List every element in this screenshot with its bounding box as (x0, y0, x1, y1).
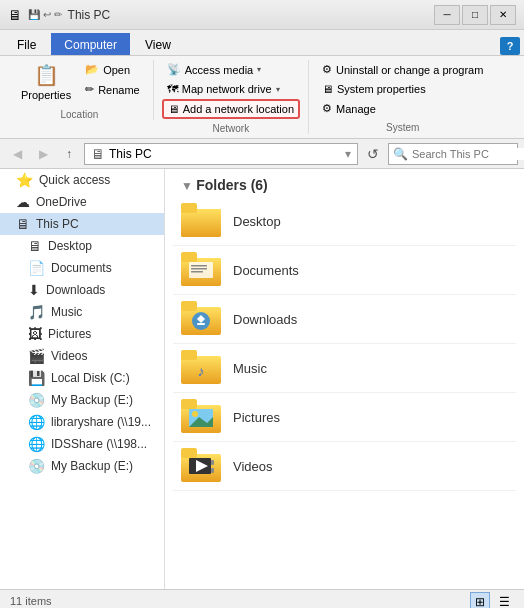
idsshare-icon: 🌐 (28, 436, 45, 452)
sidebar: ⭐ Quick access ☁ OneDrive 🖥 This PC 🖥 De… (0, 169, 165, 589)
window-icon: 🖥 (8, 7, 22, 23)
forward-button[interactable]: ▶ (32, 143, 54, 165)
music-icon: 🎵 (28, 304, 45, 320)
tab-computer[interactable]: Computer (51, 33, 130, 55)
folder-item-music[interactable]: ♪ Music (173, 344, 516, 393)
backup2-icon: 💿 (28, 458, 45, 474)
open-rename-col: 📂 Open ✏ Rename (80, 60, 145, 105)
desktop-label: Desktop (233, 214, 281, 229)
sidebar-item-quick-access[interactable]: ⭐ Quick access (0, 169, 164, 191)
details-view-button[interactable]: ☰ (494, 592, 514, 609)
help-button[interactable]: ? (500, 37, 520, 55)
svg-point-22 (192, 411, 198, 417)
system-properties-button[interactable]: 🖥 System properties (317, 80, 488, 98)
manage-icon: ⚙ (322, 102, 332, 115)
pc-icon: 🖥 (91, 146, 105, 162)
open-icon: 📂 (85, 63, 99, 76)
search-box[interactable]: 🔍 (388, 143, 518, 165)
tab-view[interactable]: View (132, 33, 184, 55)
sidebar-item-my-backup[interactable]: 💿 My Backup (E:) (0, 389, 164, 411)
up-button[interactable]: ↑ (58, 143, 80, 165)
address-dropdown-arrow[interactable]: ▾ (345, 147, 351, 161)
address-path[interactable]: 🖥 This PC ▾ (84, 143, 358, 165)
sidebar-item-videos[interactable]: 🎬 Videos (0, 345, 164, 367)
access-media-icon: 📡 (167, 63, 181, 76)
onedrive-icon: ☁ (16, 194, 30, 210)
folder-item-videos[interactable]: Videos (173, 442, 516, 491)
search-icon: 🔍 (393, 147, 408, 161)
status-bar: 11 items ⊞ ☰ (0, 589, 524, 608)
svg-rect-17 (181, 350, 197, 360)
uninstall-button[interactable]: ⚙ Uninstall or change a program (317, 60, 488, 79)
sidebar-item-pictures[interactable]: 🖼 Pictures (0, 323, 164, 345)
content-area: ▼ Folders (6) Desktop (165, 169, 524, 589)
properties-icon: 📋 (34, 63, 59, 87)
ribbon-tab-bar: File Computer View ? (0, 30, 524, 56)
close-button[interactable]: ✕ (490, 5, 516, 25)
address-bar: ◀ ▶ ↑ 🖥 This PC ▾ ↺ 🔍 (0, 139, 524, 169)
svg-rect-11 (181, 301, 197, 311)
folder-item-downloads[interactable]: Downloads (173, 295, 516, 344)
sidebar-item-documents[interactable]: 📄 Documents (0, 257, 164, 279)
svg-rect-29 (211, 468, 214, 473)
sidebar-item-onedrive[interactable]: ☁ OneDrive (0, 191, 164, 213)
this-pc-icon: 🖥 (16, 216, 30, 232)
add-network-location-button[interactable]: 🖥 Add a network location (162, 99, 300, 119)
sidebar-item-this-pc[interactable]: 🖥 This PC (0, 213, 164, 235)
refresh-button[interactable]: ↺ (362, 143, 384, 165)
svg-rect-25 (181, 448, 197, 458)
window-title: This PC (68, 8, 428, 22)
folder-item-documents[interactable]: Documents (173, 246, 516, 295)
tab-file[interactable]: File (4, 33, 49, 55)
minimize-button[interactable]: ─ (434, 5, 460, 25)
content-header: ▼ Folders (6) (165, 169, 524, 197)
pictures-icon: 🖼 (28, 326, 42, 342)
large-icons-view-button[interactable]: ⊞ (470, 592, 490, 609)
documents-label: Documents (233, 263, 299, 278)
system-group-label: System (317, 118, 488, 133)
folder-item-desktop[interactable]: Desktop (173, 197, 516, 246)
network-group-label: Network (162, 119, 300, 134)
view-controls: ⊞ ☰ (470, 592, 514, 609)
map-network-button[interactable]: 🗺 Map network drive ▾ (162, 80, 300, 98)
open-button[interactable]: 📂 Open (80, 60, 145, 79)
ribbon-group-location: 📋 Properties 📂 Open ✏ Rename Location (6, 60, 154, 120)
item-count: 11 items (10, 595, 52, 607)
system-properties-icon: 🖥 (322, 83, 333, 95)
location-buttons: 📋 Properties 📂 Open ✏ Rename (14, 60, 145, 105)
rename-button[interactable]: ✏ Rename (80, 80, 145, 99)
desktop-folder-icon (181, 203, 221, 239)
documents-icon: 📄 (28, 260, 45, 276)
music-folder-icon: ♪ (181, 350, 221, 386)
pictures-folder-icon (181, 399, 221, 435)
maximize-button[interactable]: □ (462, 5, 488, 25)
downloads-label: Downloads (233, 312, 297, 327)
rename-icon: ✏ (85, 83, 94, 96)
uninstall-icon: ⚙ (322, 63, 332, 76)
svg-rect-20 (181, 399, 197, 409)
quick-access-icon: ⭐ (16, 172, 33, 188)
sidebar-item-downloads[interactable]: ⬇ Downloads (0, 279, 164, 301)
backup-icon: 💿 (28, 392, 45, 408)
manage-button[interactable]: ⚙ Manage (317, 99, 488, 118)
sidebar-item-libraryshare[interactable]: 🌐 libraryshare (\\19... (0, 411, 164, 433)
access-media-arrow: ▾ (257, 65, 261, 74)
desktop-icon: 🖥 (28, 238, 42, 254)
svg-rect-8 (191, 268, 207, 270)
sidebar-item-idsshare[interactable]: 🌐 IDSShare (\\198... (0, 433, 164, 455)
sidebar-item-desktop[interactable]: 🖥 Desktop (0, 235, 164, 257)
downloads-folder-icon (181, 301, 221, 337)
ribbon-panel: 📋 Properties 📂 Open ✏ Rename Location 📡 (0, 56, 524, 139)
sidebar-item-local-disk[interactable]: 💾 Local Disk (C:) (0, 367, 164, 389)
svg-rect-2 (181, 203, 197, 213)
search-input[interactable] (412, 148, 524, 160)
system-col: ⚙ Uninstall or change a program 🖥 System… (317, 60, 488, 118)
folder-item-pictures[interactable]: Pictures (173, 393, 516, 442)
back-button[interactable]: ◀ (6, 143, 28, 165)
access-media-button[interactable]: 📡 Access media ▾ (162, 60, 300, 79)
ribbon-group-network: 📡 Access media ▾ 🗺 Map network drive ▾ 🖥… (154, 60, 309, 134)
sidebar-item-my-backup2[interactable]: 💿 My Backup (E:) (0, 455, 164, 477)
videos-label: Videos (233, 459, 273, 474)
properties-button[interactable]: 📋 Properties (14, 60, 78, 105)
sidebar-item-music[interactable]: 🎵 Music (0, 301, 164, 323)
